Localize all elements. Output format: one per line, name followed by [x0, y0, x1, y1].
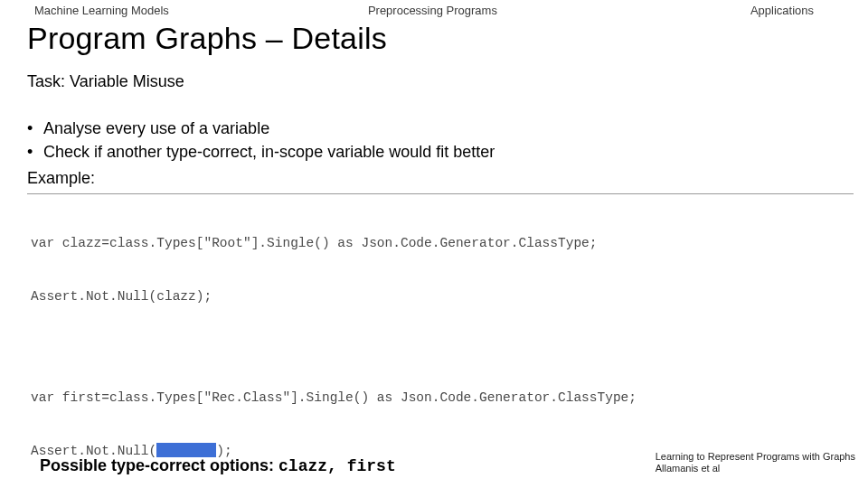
options-values: clazz, first — [278, 457, 396, 475]
code-line: Assert.Not.Null(clazz); — [31, 288, 854, 306]
code-line: var clazz=class.Types["Root"].Single() a… — [31, 235, 854, 253]
code-line: var first=class.Types["Rec.Class"].Singl… — [31, 389, 854, 408]
footer: Possible type-correct options: clazz, fi… — [0, 451, 868, 476]
bullet-item: Check if another type-correct, in-scope … — [27, 140, 868, 164]
example-label: Example: — [27, 169, 868, 188]
options-line: Possible type-correct options: clazz, fi… — [40, 456, 396, 475]
page-title: Program Graphs – Details — [27, 21, 868, 56]
tab-ml-models: Machine Learning Models — [34, 4, 169, 17]
section-tabs: Machine Learning Models Preprocessing Pr… — [0, 0, 868, 17]
tab-preprocessing: Preprocessing Programs — [368, 4, 497, 17]
tab-applications: Applications — [750, 4, 814, 17]
code-blank — [31, 342, 854, 354]
bullet-list: Analyse every use of a variable Check if… — [27, 117, 868, 164]
code-example: var clazz=class.Types["Root"].Single() a… — [27, 193, 854, 488]
task-heading: Task: Variable Misuse — [27, 72, 868, 91]
bullet-item: Analyse every use of a variable — [27, 117, 868, 140]
citation-title: Learning to Represent Programs with Grap… — [656, 451, 855, 464]
options-label: Possible type-correct options: — [40, 456, 278, 474]
citation-authors: Allamanis et al — [656, 463, 855, 475]
citation: Learning to Represent Programs with Grap… — [656, 451, 855, 476]
